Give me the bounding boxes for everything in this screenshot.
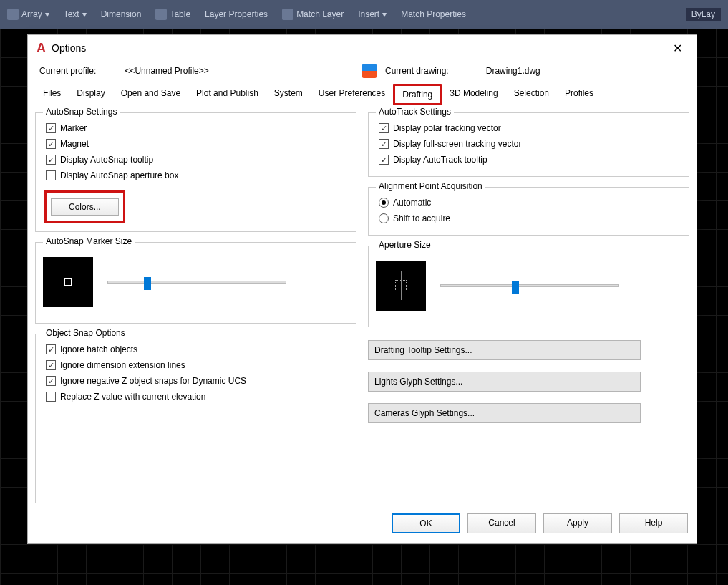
checkbox-replacez[interactable] [46,392,56,402]
ribbon-array[interactable]: Array ▾ [7,9,49,20]
ribbon-text[interactable]: Text ▾ [64,9,87,19]
radio-shift[interactable] [379,213,389,223]
dwg-icon [362,64,377,78]
tab-plot-and-publish[interactable]: Plot and Publish [188,84,266,105]
cameras-glyph-settings-button[interactable]: Cameras Glyph Settings... [368,403,641,423]
apply-button[interactable]: Apply [543,513,612,533]
label-automatic: Automatic [393,198,431,208]
checkbox-autosnap-tooltip[interactable] [46,155,56,165]
profile-row: Current profile: <<Unnamed Profile>> Cur… [28,61,697,84]
tab-drafting[interactable]: Drafting [393,84,442,105]
colors-highlight-box: Colors... [44,190,125,223]
colors-button[interactable]: Colors... [51,198,119,216]
cancel-button[interactable]: Cancel [467,513,536,533]
dialog-title: Options [52,42,86,54]
drawing-value: Drawing1.dwg [486,66,540,76]
lights-glyph-settings-button[interactable]: Lights Glyph Settings... [368,372,641,392]
tab-profiles[interactable]: Profiles [557,84,601,105]
ribbon-dimension[interactable]: Dimension [101,9,142,19]
tab-user-preferences[interactable]: User Preferences [311,84,393,105]
app-logo-icon: A [37,41,46,56]
group-autotrack: AutoTrack Settings Display polar trackin… [368,112,689,177]
tab-open-and-save[interactable]: Open and Save [113,84,188,105]
group-title: AutoSnap Settings [43,107,120,117]
label-ignore-dim: Ignore dimension extension lines [60,360,185,370]
label-polar: Display polar tracking vector [393,123,501,133]
checkbox-ignore-dim[interactable] [46,360,56,370]
profile-value: <<Unnamed Profile>> [125,66,208,76]
group-alignment: Alignment Point Acquisition Automatic Sh… [368,187,689,236]
tab-row: Files Display Open and Save Plot and Pub… [31,84,694,105]
checkbox-autotrack-tooltip[interactable] [379,155,389,165]
ok-button[interactable]: OK [392,513,460,533]
checkbox-autosnap-aperture[interactable] [46,170,56,180]
group-title: Object Snap Options [43,328,128,338]
group-aperture-size: Aperture Size [368,246,689,327]
label-marker: Marker [60,123,87,133]
label-autotrack-tooltip: Display AutoTrack tooltip [393,155,487,165]
drafting-tooltip-settings-button[interactable]: Drafting Tooltip Settings... [368,340,641,360]
tab-files[interactable]: Files [35,84,69,105]
group-title: AutoTrack Settings [376,107,454,117]
tab-system[interactable]: System [266,84,311,105]
group-osnap-options: Object Snap Options Ignore hatch objects… [35,334,356,503]
dialog-buttons: OK Cancel Apply Help [28,503,697,543]
aperture-preview [376,261,426,311]
tab-display[interactable]: Display [69,84,112,105]
group-title: Alignment Point Acquisition [376,181,485,191]
label-shift: Shift to acquire [393,213,450,223]
marker-size-slider[interactable] [107,281,286,284]
checkbox-marker[interactable] [46,123,56,133]
ribbon-bylayer[interactable]: ByLay [686,8,721,21]
group-title: Aperture Size [376,240,434,250]
label-ignore-negz: Ignore negative Z object snaps for Dynam… [60,376,246,386]
label-magnet: Magnet [60,139,89,149]
close-button[interactable]: ✕ [667,39,688,58]
ribbon-layer-properties[interactable]: Layer Properties [205,9,268,19]
tab-selection[interactable]: Selection [506,84,557,105]
label-autosnap-tooltip: Display AutoSnap tooltip [60,155,153,165]
options-dialog: A Options ✕ Current profile: <<Unnamed P… [27,34,697,544]
checkbox-polar[interactable] [379,123,389,133]
help-button[interactable]: Help [619,513,688,533]
label-autosnap-aperture: Display AutoSnap aperture box [60,170,178,180]
group-marker-size: AutoSnap Marker Size [35,242,356,324]
checkbox-fullscreen[interactable] [379,139,389,149]
group-autosnap: AutoSnap Settings Marker Magnet Display … [35,112,356,232]
label-replacez: Replace Z value with current elevation [60,392,205,402]
label-ignore-hatch: Ignore hatch objects [60,344,137,354]
tab-3d-modeling[interactable]: 3D Modeling [442,84,505,105]
checkbox-ignore-hatch[interactable] [46,344,56,354]
radio-automatic[interactable] [379,198,389,208]
ribbon-match-layer[interactable]: Match Layer [282,9,344,20]
marker-preview [43,257,93,307]
checkbox-magnet[interactable] [46,139,56,149]
checkbox-ignore-negz[interactable] [46,376,56,386]
ribbon-insert[interactable]: Insert ▾ [358,9,387,19]
ribbon-match-properties[interactable]: Match Properties [401,9,466,19]
drawing-label: Current drawing: [385,66,449,76]
group-title: AutoSnap Marker Size [43,236,135,246]
titlebar: A Options ✕ [28,35,697,61]
ribbon-table[interactable]: Table [155,9,190,20]
ribbon: Array ▾ Text ▾ Dimension Table Layer Pro… [0,0,728,29]
profile-label: Current profile: [39,66,96,76]
aperture-size-slider[interactable] [440,284,619,287]
label-fullscreen: Display full-screen tracking vector [393,139,521,149]
